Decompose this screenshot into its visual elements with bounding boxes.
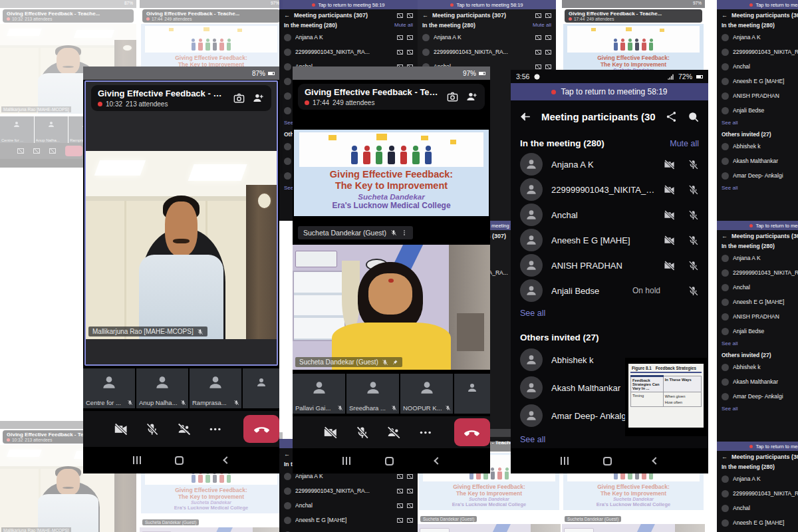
bg-avatar [284, 49, 291, 56]
mute-all-link[interactable]: Mute all [670, 139, 699, 148]
person-icon [311, 379, 328, 396]
bg-banner-text: Tap to return to meeting 58:19 [755, 2, 798, 8]
tile-name: Anup Nalha... [139, 399, 178, 406]
participant-tile[interactable]: Pallavi Gai... [293, 374, 345, 414]
in-meeting-section-header: In the meeting (280)Mute all [511, 132, 708, 152]
participant-tile[interactable]: Ramprasa... [190, 368, 241, 408]
bg-avatar [284, 172, 291, 180]
meeting-header-main: Giving Effective Feedback - Teache... 10… [98, 88, 226, 108]
ceiling-light [188, 164, 247, 181]
bg-participant-name: Aneesh E G [MAHE] [733, 519, 798, 526]
bg-avatar [722, 364, 729, 371]
participant-tile[interactable]: Centre for ... [83, 368, 135, 408]
bg-in-meeting-row: In the meeting (280)Mute all [717, 462, 798, 471]
home-button[interactable] [385, 457, 394, 466]
back-button[interactable] [652, 457, 659, 464]
hang-up-button[interactable] [454, 418, 491, 446]
bg-participants-title: Meeting participants (307) [294, 12, 393, 19]
bg-speaker-label: Mallikarjuna Rao [MAHE-MCOPS] [1, 106, 71, 112]
thumbs-up-shape [450, 140, 456, 144]
bg-meeting-time: 10:32 [12, 17, 23, 21]
avatar [520, 348, 543, 371]
bg-avatar [284, 158, 291, 165]
attendees-off-button[interactable] [386, 425, 401, 440]
participant-row[interactable]: 229999901043_NIKITA_RA... [511, 177, 708, 202]
bg-avatar [722, 505, 729, 512]
home-button[interactable] [175, 456, 184, 465]
bg-in-meeting-title: In the meeting (280) [284, 22, 337, 29]
bg-participants-header: ←Meeting participants (307) [717, 9, 798, 20]
bg-participant-row: Anjana A K [717, 471, 798, 486]
bg-in-meeting-row: In the meeting (280)Mute all [418, 20, 556, 30]
participant-tile[interactable]: Anup Nalha... [136, 368, 188, 408]
bg-invited-row: Amar Deep- Ankalgi [717, 168, 798, 183]
illustration-figure [400, 152, 407, 164]
back-arrow-icon[interactable] [519, 110, 532, 123]
bg-meeting-header: Giving Effective Feedback - Teache... 17… [142, 9, 280, 23]
participant-tile[interactable]: Sreedhara ... [346, 374, 399, 414]
back-button[interactable] [434, 457, 441, 464]
home-button[interactable] [603, 457, 612, 466]
speaker-video[interactable]: Mallikarjuna Rao [MAHE-MCOPS] [86, 151, 277, 339]
bg-slide-heading2: The Key to Improvement [142, 493, 280, 500]
bg-recording-dot [569, 17, 572, 21]
search-icon[interactable] [687, 110, 700, 123]
bg-slide-author: Sucheta Dandekar [420, 497, 558, 501]
camera-off-icon [664, 209, 675, 221]
return-to-meeting-banner[interactable]: Tap to return to meeting 58:19 [511, 83, 708, 100]
participant-tile[interactable] [243, 368, 279, 408]
switch-camera-icon[interactable] [446, 90, 459, 103]
attendees-off-button[interactable] [177, 422, 191, 437]
add-participant-icon[interactable] [252, 92, 265, 104]
bg-meeting-title: Giving Effective Feedback - Teache... [569, 11, 698, 17]
camera-off-button[interactable] [323, 425, 338, 440]
participant-row[interactable]: Anjana A K [511, 152, 708, 177]
back-button[interactable] [223, 456, 231, 464]
recents-button[interactable] [342, 457, 344, 465]
bg-slide-heading1: Giving Effective Feedback: [142, 55, 280, 61]
more-options-button[interactable] [418, 425, 433, 440]
recents-button[interactable] [133, 456, 134, 464]
participant-tile[interactable] [454, 374, 490, 414]
more-vertical-icon[interactable] [401, 229, 408, 236]
mic-off-button[interactable] [145, 422, 159, 437]
bg-invited-row: Abhishek k [717, 360, 798, 374]
switch-camera-icon[interactable] [233, 92, 245, 104]
bg-cam-off-icon [397, 518, 403, 523]
bg-slide-heading2: The Key to Improvement [420, 490, 558, 497]
hang-up-button[interactable] [243, 415, 279, 443]
bg-participant-row: 229999901043_NIKITA_RA... [717, 265, 798, 280]
bg-presenter-video: Sucheta Dandekar (Guest) [562, 524, 705, 532]
mic-off-button[interactable] [355, 425, 370, 440]
bg-in-meeting-title: In the meeting (280) [722, 243, 775, 249]
recording-dot [98, 102, 102, 106]
pinned-presenter-chip[interactable]: Sucheta Dandekar (Guest) [298, 226, 413, 239]
bg-in-meeting-row: In the meeting (280)Mute all [279, 20, 418, 30]
tile-name: Sreedhara ... [349, 404, 386, 412]
table-row-label: Timing [631, 392, 664, 407]
add-participant-icon[interactable] [466, 90, 478, 103]
curtain [342, 261, 360, 329]
bg-recording-dot [749, 3, 753, 7]
shelf [449, 245, 490, 370]
bg-slide-heading1: Giving Effective Feedback: [420, 483, 558, 490]
bg-avatar [284, 502, 291, 509]
camera-off-button[interactable] [114, 422, 128, 437]
meeting-stage[interactable]: Giving Effective Feedback - Teache... 10… [84, 80, 278, 366]
presenter-video[interactable]: Sucheta Dandekar (Guest) [293, 245, 490, 370]
hang-up-icon [253, 420, 271, 438]
more-options-button[interactable] [208, 422, 222, 437]
bg-invited-name: Abhishek k [733, 364, 798, 370]
participant-row[interactable]: Aneesh E G [MAHE] [511, 227, 708, 253]
screen-share-pip-thumbnail[interactable]: Figure 8.1Feedback Strategies Feedback S… [625, 358, 707, 436]
participant-row[interactable]: Anchal [511, 202, 708, 227]
participant-row[interactable]: Anjali BedseOn hold [511, 278, 708, 303]
shared-slide[interactable]: Giving Effective Feedback: The Key to Im… [294, 130, 489, 216]
recents-button[interactable] [561, 457, 562, 465]
participant-tile[interactable]: NOOPUR K... [400, 374, 453, 414]
share-icon[interactable] [665, 110, 678, 123]
bg-banner-text: Tap to return to meeting 58:19 [318, 2, 384, 8]
bg-avatar [722, 158, 729, 165]
see-all-link[interactable]: See all [511, 303, 708, 323]
participant-row[interactable]: ANISH PRADHAN [511, 253, 708, 278]
